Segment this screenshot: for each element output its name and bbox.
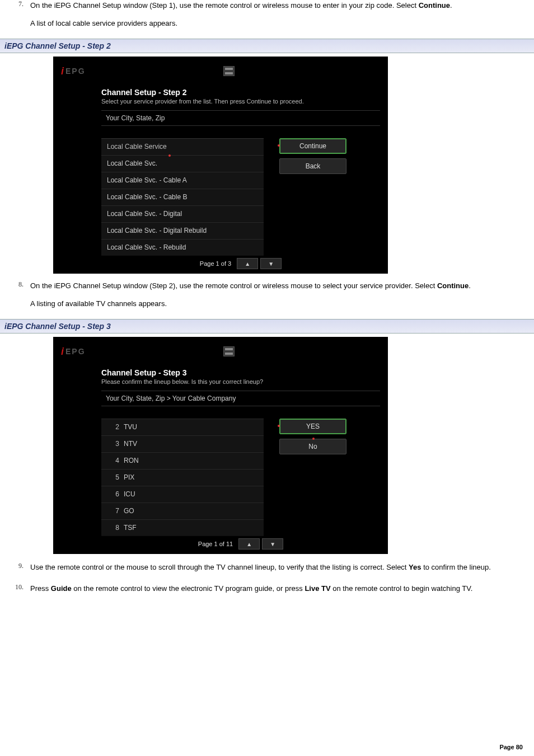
iepg-panel-step2: iEPG Channel Setup - Step 2 Select your … (53, 57, 388, 274)
button-label: No (308, 443, 317, 450)
logo-i: i (61, 346, 65, 358)
channel-num: 3 (107, 440, 119, 448)
button-label: Continue (299, 142, 326, 150)
panel3-breadcrumb: Your City, State, Zip > Your Cable Compa… (101, 391, 380, 406)
step-10: 10. Press Guide on the remote control to… (6, 583, 528, 594)
yes-button[interactable]: YES (279, 419, 346, 434)
provider-item[interactable]: Local Cable Svc. - Digital Rebuild (101, 222, 264, 239)
panel2-breadcrumb: Your City, State, Zip (101, 110, 380, 126)
provider-item[interactable]: Local Cable Svc. - Cable A (101, 172, 264, 189)
zap2it-icon (223, 346, 235, 356)
channel-name: TSF (124, 524, 137, 532)
iepg-logo: iEPG (61, 65, 86, 77)
channel-item[interactable]: 2TVU (101, 419, 264, 435)
step-8: 8. On the iEPG Channel Setup window (Ste… (6, 280, 528, 292)
bold-word: Guide (51, 584, 72, 593)
panel2-title: Channel Setup - Step 2 (101, 88, 380, 97)
text-part: on the remote control to begin watching … (331, 584, 473, 593)
channel-name: RON (124, 457, 139, 464)
pager-label: Page 1 of 3 (200, 260, 231, 267)
section-header-step3: iEPG Channel Setup - Step 3 (0, 319, 534, 334)
provider-item[interactable]: Local Cable Svc. (101, 155, 264, 172)
channel-name: ICU (124, 490, 135, 498)
text-part: Press (30, 584, 51, 593)
step-number: 8. (6, 280, 30, 289)
pager-label: Page 1 of 11 (198, 541, 233, 547)
iepg-logo: iEPG (61, 346, 86, 358)
channel-name: GO (124, 507, 134, 515)
pager-up-button[interactable]: ▲ (238, 538, 260, 550)
logo-epg: EPG (65, 67, 86, 76)
channel-name: PIX (124, 473, 134, 481)
channel-num: 4 (107, 457, 119, 464)
pager-down-button[interactable]: ▼ (262, 538, 283, 550)
provider-item[interactable]: Local Cable Svc. - Rebuild (101, 239, 264, 256)
no-button[interactable]: No (279, 439, 346, 454)
channel-num: 7 (107, 507, 119, 515)
text-part: On the iEPG Channel Setup window (Step 2… (30, 281, 437, 290)
down-icon: ▼ (268, 261, 274, 267)
step-7-follow: A list of local cable service providers … (30, 18, 528, 29)
text-part: to confirm the lineup. (421, 563, 491, 571)
channel-item[interactable]: 5PIX (101, 469, 264, 486)
channel-name: TVU (124, 423, 137, 431)
step-text: On the iEPG Channel Setup window (Step 1… (30, 0, 528, 11)
step-8-follow: A listing of available TV channels appea… (30, 298, 528, 309)
step-9: 9. Use the remote control or the mouse t… (6, 562, 528, 573)
provider-list: Local Cable Service Local Cable Svc. Loc… (101, 138, 264, 256)
pager-up-button[interactable]: ▲ (237, 258, 258, 269)
channel-item[interactable]: 8TSF (101, 519, 264, 536)
continue-button[interactable]: Continue (279, 138, 346, 154)
step-number: 7. (6, 0, 30, 8)
panel2-sub: Select your service provider from the li… (101, 98, 380, 105)
bold-word: Continue (419, 1, 450, 10)
panel3-title: Channel Setup - Step 3 (101, 368, 380, 377)
step-number: 10. (6, 583, 30, 591)
text-part: on the remote control to view the electr… (72, 584, 305, 593)
button-label: YES (306, 422, 320, 430)
step-text: Press Guide on the remote control to vie… (30, 583, 528, 594)
logo-epg: EPG (65, 347, 86, 356)
logo-i: i (61, 65, 65, 77)
pager: Page 1 of 3 ▲ ▼ (101, 258, 380, 269)
text-part: Use the remote control or the mouse to s… (30, 563, 409, 571)
provider-list-header: Local Cable Service (101, 138, 264, 155)
channel-item[interactable]: 6ICU (101, 486, 264, 503)
step-text: Use the remote control or the mouse to s… (30, 562, 528, 573)
channel-list: 2TVU 3NTV 4RON 5PIX 6ICU 7GO 8TSF (101, 419, 264, 536)
channel-num: 5 (107, 473, 119, 481)
step-7: 7. On the iEPG Channel Setup window (Ste… (6, 0, 528, 11)
channel-item[interactable]: 7GO (101, 503, 264, 519)
pager-down-button[interactable]: ▼ (260, 258, 282, 269)
panel3-sub: Please confirm the lineup below. Is this… (101, 378, 380, 385)
up-icon: ▲ (245, 261, 250, 267)
channel-num: 6 (107, 490, 119, 498)
provider-item[interactable]: Local Cable Svc. - Digital (101, 205, 264, 222)
channel-item[interactable]: 4RON (101, 452, 264, 469)
bold-word: Continue (437, 281, 469, 290)
step-number: 9. (6, 562, 30, 570)
channel-item[interactable]: 3NTV (101, 435, 264, 452)
channel-num: 8 (107, 524, 119, 532)
bold-word: Yes (409, 563, 421, 571)
up-icon: ▲ (246, 541, 252, 547)
channel-num: 2 (107, 423, 119, 431)
text-part: . (450, 1, 452, 10)
text-part: On the iEPG Channel Setup window (Step 1… (30, 1, 419, 10)
section-header-step2: iEPG Channel Setup - Step 2 (0, 39, 534, 53)
text-part: . (469, 281, 471, 290)
iepg-panel-step3: iEPG Channel Setup - Step 3 Please confi… (53, 337, 388, 554)
pager: Page 1 of 11 ▲ ▼ (101, 538, 380, 550)
step-text: On the iEPG Channel Setup window (Step 2… (30, 280, 528, 292)
bold-word: Live TV (305, 584, 330, 593)
provider-item[interactable]: Local Cable Svc. - Cable B (101, 189, 264, 205)
back-button[interactable]: Back (279, 158, 346, 174)
zap2it-icon (223, 66, 235, 76)
channel-name: NTV (124, 440, 137, 448)
down-icon: ▼ (270, 541, 275, 547)
